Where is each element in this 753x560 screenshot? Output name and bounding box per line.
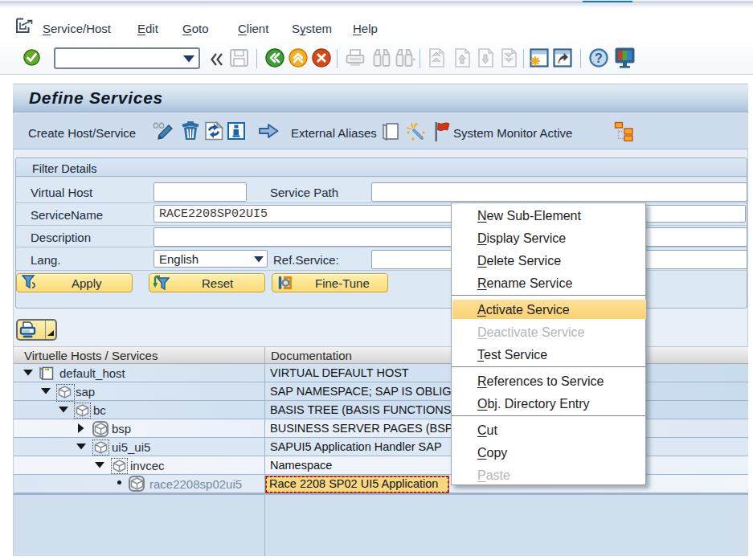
svg-text:?: ? xyxy=(595,51,603,65)
